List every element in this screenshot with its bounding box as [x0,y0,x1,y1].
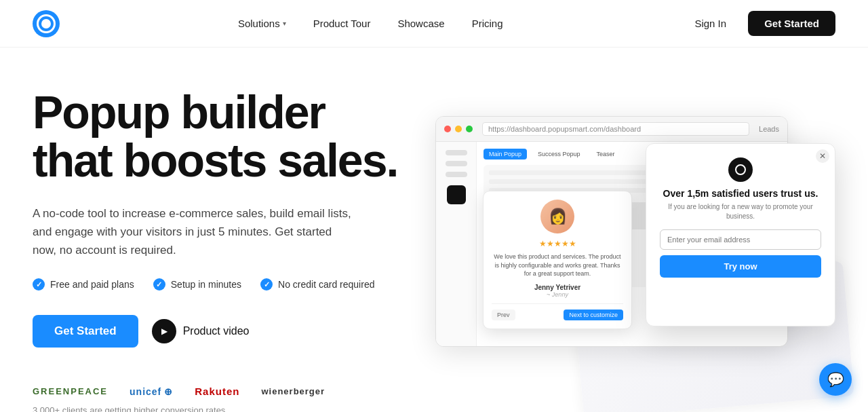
popup-try-button[interactable]: Try now [660,255,821,278]
logo-unicef: unicef ⊕ [130,386,173,397]
tab-main-popup: Main Popup [484,149,527,160]
nav-actions: Sign In Get Started [681,11,835,36]
popup-trust-text: Over 1,5m satisfied users trust us. [663,187,818,200]
dot-yellow [455,126,462,132]
reviewer-signature: ~ Jenny [492,291,623,298]
review-text: We love this product and services. The p… [492,252,623,278]
dot-green [466,126,473,132]
popup-email-input[interactable] [660,229,821,250]
dot-red [444,126,451,132]
chat-bubble[interactable]: 💬 [819,363,852,396]
get-started-nav-button[interactable]: Get Started [748,11,835,36]
browser-leads-label: Leads [759,125,779,133]
hero-section: Popup builder that boosts sales. A no-co… [0,48,868,412]
sidebar-item-mock-2 [446,161,467,166]
sidebar-item-mock [446,150,467,155]
tab-success-popup: Success Popup [532,149,586,160]
logo-greenpeace: GREENPEACE [33,386,108,396]
clients-caption: 3.000+ clients are getting higher conver… [33,405,397,412]
nav-product-tour[interactable]: Product Tour [302,12,382,35]
popup-next-button[interactable]: Next to customize [564,310,623,320]
product-video-button[interactable]: Product video [152,319,250,343]
reviewer-avatar: 👩 [540,200,574,233]
logo-rakuten: Rakuten [195,386,239,397]
badge-setup: Setup in minutes [153,278,241,291]
logo-wienerberger: wienerberger [261,386,325,396]
nav-links: Solutions ▾ Product Tour Showcase Pricin… [227,12,514,35]
popup-logo-icon [735,164,746,175]
popup-prev-button[interactable]: Prev [492,310,515,320]
browser-url: https://dashboard.popupsmart.com/dashboa… [482,122,749,136]
hero-badges: Free and paid plans Setup in minutes No … [33,278,397,291]
hero-illustration: https://dashboard.popupsmart.com/dashboa… [435,102,835,401]
badge-no-cc: No credit card required [260,278,374,291]
browser-sidebar [436,142,477,347]
reviewer-name: Jenny Yetriver [492,284,623,291]
browser-bar: https://dashboard.popupsmart.com/dashboa… [436,117,787,142]
hero-title: Popup builder that boosts sales. [33,88,397,185]
popup-brand-logo [728,157,753,182]
popup-navigation: Prev Next to customize [492,303,623,320]
sidebar-item-mock-3 [446,172,467,177]
review-popup: 👩 ★★★★★ We love this product and service… [483,191,632,329]
badge-free-plans: Free and paid plans [33,278,134,291]
play-icon [152,319,176,343]
popup-sub-text: If you are looking for a new way to prom… [660,202,821,221]
sidebar-logo-mock [447,185,466,204]
hero-buttons: Get Started Product video [33,315,397,348]
get-started-hero-button[interactable]: Get Started [33,315,138,348]
navigation: Solutions ▾ Product Tour Showcase Pricin… [0,0,868,48]
chevron-down-icon: ▾ [283,20,286,27]
logo[interactable] [33,10,60,37]
trust-popup: ✕ Over 1,5m satisfied users trust us. If… [646,143,835,326]
chat-icon: 💬 [827,371,844,388]
check-icon-nocc [260,278,273,291]
hero-description: A no-code tool to increase e-commerce sa… [33,204,358,260]
sign-in-button[interactable]: Sign In [681,12,740,35]
nav-solutions[interactable]: Solutions ▾ [227,12,297,35]
hero-content: Popup builder that boosts sales. A no-co… [33,88,397,412]
popup-content: Over 1,5m satisfied users trust us. If y… [646,144,835,288]
logo-icon [33,10,60,37]
content-row-2 [489,179,660,184]
client-logos: GREENPEACE unicef ⊕ Rakuten wienerberger [33,386,397,397]
check-icon-setup [153,278,165,291]
nav-pricing[interactable]: Pricing [461,12,514,35]
star-rating: ★★★★★ [492,239,623,248]
nav-showcase[interactable]: Showcase [387,12,455,35]
check-icon-free [33,278,45,291]
tab-teaser: Teaser [591,149,620,160]
